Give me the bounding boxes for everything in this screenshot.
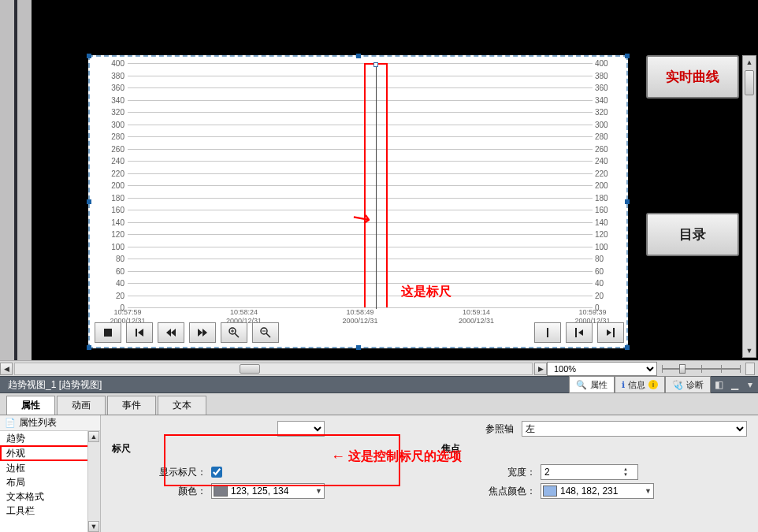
rewind-button[interactable]	[158, 322, 184, 343]
properties-header: 趋势视图_1 [趋势视图] 🔍属性 ℹ信息i 🩺诊断 ◧ ▁ ▾	[0, 376, 758, 393]
form-top-row: 参照轴 左	[112, 420, 747, 437]
color-swatch	[214, 485, 228, 497]
show-ruler-label: 显示标尺：	[112, 466, 206, 479]
svg-marker-2	[138, 329, 143, 337]
ruler-color-picker[interactable]: 123, 125, 134 ▼	[211, 483, 325, 499]
scroll-up-icon[interactable]: ▲	[88, 431, 99, 442]
focus-color-picker[interactable]: 148, 182, 231 ▼	[541, 483, 654, 499]
annotation-ruler: 这是标尺	[401, 284, 451, 300]
resize-handle[interactable]	[356, 345, 361, 350]
property-list: 📄 属性列表 趋势外观边框布局文本格式工具栏 ▲ ▼	[0, 415, 101, 532]
property-list-header: 📄 属性列表	[0, 415, 100, 431]
subtab-text[interactable]: 文本	[158, 396, 206, 415]
stop-button[interactable]	[95, 322, 121, 343]
prop-item-2[interactable]: 边框	[0, 461, 100, 475]
canvas-area: ↘ 这是标尺 400380360340320300280260240220200…	[0, 0, 758, 374]
dropdown-button[interactable]: ▾	[742, 378, 758, 392]
chevron-down-icon: ▼	[315, 487, 322, 495]
ruler-knob[interactable]	[373, 62, 378, 67]
chevron-down-icon: ▼	[645, 487, 652, 495]
svg-marker-5	[198, 329, 203, 337]
svg-line-8	[235, 333, 239, 337]
scroll-up-icon[interactable]: ▲	[743, 56, 756, 69]
ref-axis-select[interactable]: 左	[522, 421, 747, 437]
hscroll-right-button[interactable]: ▶	[534, 363, 547, 375]
zoom-slider[interactable]	[662, 362, 741, 376]
svg-rect-14	[547, 328, 548, 337]
prop-item-0[interactable]: 趋势	[0, 431, 100, 445]
tab-diagnostics[interactable]: 🩺诊断	[665, 376, 711, 393]
svg-line-12	[266, 333, 270, 337]
skip-back-button[interactable]	[126, 322, 153, 343]
chart-control-bar	[95, 322, 624, 344]
trend-chart[interactable]: ↘ 这是标尺 400380360340320300280260240220200…	[88, 55, 628, 348]
focus-group: 焦点 宽度： 2 ▲▼ 焦点颜色： 148, 182, 231 ▼	[441, 442, 747, 527]
svg-marker-3	[166, 329, 171, 337]
zoom-row: ◀ ▶ 100%	[0, 360, 758, 376]
zoom-in-button[interactable]	[221, 322, 247, 343]
subtab-events[interactable]: 事件	[107, 396, 156, 415]
right-button-panel: 实时曲线 目录	[646, 55, 739, 370]
property-form: 参照轴 左 标尺 显示标尺： 颜色： 123, 125, 134 ▼	[101, 415, 758, 532]
svg-rect-17	[613, 328, 615, 337]
ruler-toggle-button[interactable]	[534, 322, 561, 343]
width-spinner[interactable]: 2 ▲▼	[541, 464, 638, 480]
resize-handle[interactable]	[87, 54, 91, 58]
catalog-button[interactable]: 目录	[646, 213, 739, 256]
list-icon: 📄	[5, 418, 16, 428]
ruler-color-label: 颜色：	[112, 485, 206, 498]
svg-marker-16	[578, 329, 583, 336]
vertical-scrollbar[interactable]: ▲ ▼	[742, 55, 756, 358]
horizontal-scrollbar[interactable]	[14, 363, 533, 375]
properties-body: 📄 属性列表 趋势外观边框布局文本格式工具栏 ▲ ▼ 参照轴 左 标尺 显示标尺…	[0, 415, 758, 532]
resize-handle[interactable]	[87, 199, 91, 204]
shift-right-button[interactable]	[597, 322, 624, 343]
resize-handle[interactable]	[356, 54, 361, 58]
resize-handle[interactable]	[625, 345, 630, 350]
subtabs: 属性 动画 事件 文本	[0, 393, 758, 415]
zoom-out-button[interactable]	[252, 322, 279, 343]
resize-handle[interactable]	[625, 199, 630, 204]
ruler-line[interactable]	[376, 65, 377, 309]
subtab-animation[interactable]: 动画	[57, 396, 106, 415]
svg-marker-18	[607, 329, 611, 336]
scroll-down-icon[interactable]: ▼	[88, 521, 99, 532]
focus-group-title: 焦点	[441, 442, 747, 456]
svg-rect-15	[575, 328, 577, 337]
property-list-body: 趋势外观边框布局文本格式工具栏 ▲ ▼	[0, 431, 100, 532]
left-side-panel	[0, 0, 32, 374]
list-scrollbar[interactable]: ▲ ▼	[87, 431, 100, 532]
hscroll-thumb[interactable]	[240, 364, 260, 374]
prop-item-1[interactable]: 外观	[0, 445, 100, 461]
forward-button[interactable]	[189, 322, 216, 343]
properties-title: 趋势视图_1 [趋势视图]	[0, 378, 569, 392]
subtab-properties[interactable]: 属性	[6, 396, 55, 415]
plot-area	[128, 63, 593, 307]
resize-handle[interactable]	[87, 345, 91, 350]
scroll-thumb[interactable]	[745, 70, 754, 95]
prop-item-4[interactable]: 文本格式	[0, 489, 100, 504]
svg-marker-4	[171, 329, 176, 337]
tab-info[interactable]: ℹ信息i	[615, 376, 665, 393]
scroll-down-icon[interactable]: ▼	[743, 344, 756, 357]
realtime-curve-button[interactable]: 实时曲线	[646, 55, 739, 99]
hscroll-left-button[interactable]: ◀	[0, 363, 13, 375]
minimize-button[interactable]: ▁	[726, 378, 742, 392]
ruler-highlight	[364, 63, 388, 307]
svg-rect-0	[104, 329, 112, 337]
svg-rect-1	[136, 329, 137, 337]
zoom-slider-thumb[interactable]	[679, 364, 686, 374]
focus-color-label: 焦点颜色：	[441, 485, 536, 498]
resize-handle[interactable]	[625, 54, 630, 58]
window-layout-button[interactable]: ◧	[711, 378, 726, 392]
collapse-icon[interactable]	[745, 363, 755, 375]
show-ruler-checkbox[interactable]	[211, 467, 222, 478]
zoom-select[interactable]: 100%	[547, 362, 657, 376]
ref-axis-label: 参照轴	[333, 422, 514, 436]
tab-properties[interactable]: 🔍属性	[569, 376, 615, 393]
top-small-select[interactable]	[277, 421, 325, 437]
prop-item-5[interactable]: 工具栏	[0, 504, 100, 518]
shift-left-button[interactable]	[566, 322, 593, 343]
width-label: 宽度：	[441, 466, 536, 479]
prop-item-3[interactable]: 布局	[0, 475, 100, 489]
